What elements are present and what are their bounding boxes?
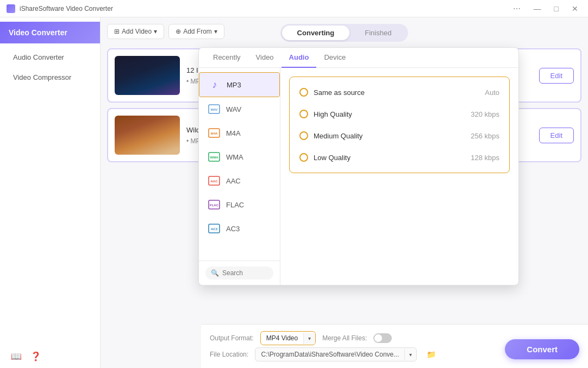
title-bar-left: iShareSoftware Video Converter xyxy=(7,4,113,13)
add-video-chevron-icon: ▾ xyxy=(154,28,157,35)
main-content: ⊞ Add Video ▾ ⊕ Add From ▾ Converting Fi… xyxy=(101,17,588,368)
dropdown-tab-recently[interactable]: Recently xyxy=(205,48,248,68)
format-label-aac: AAC xyxy=(226,177,241,185)
file-location-arrow-icon[interactable]: ▾ xyxy=(404,349,416,360)
app-title: iShareSoftware Video Converter xyxy=(20,5,113,12)
aac-icon: AAC xyxy=(208,174,221,187)
dropdown-tab-audio-label: Audio xyxy=(289,53,309,61)
svg-text:AC3: AC3 xyxy=(211,227,218,231)
format-item-ac3[interactable]: AC3 AC3 xyxy=(199,217,280,240)
add-from-chevron-icon: ▾ xyxy=(214,28,217,35)
dropdown-body: ♪ MP3 WAV WAV M4A xyxy=(199,68,518,285)
convert-button[interactable]: Convert xyxy=(505,339,579,359)
quality-option-high[interactable]: High Quality 320 kbps xyxy=(294,103,505,125)
format-label-wma: WMA xyxy=(226,153,243,161)
merge-toggle[interactable] xyxy=(373,333,392,343)
radio-same xyxy=(299,88,308,97)
format-select-wrap: MP4 Video ▾ xyxy=(260,331,316,345)
quality-medium-value: 256 kbps xyxy=(471,132,499,140)
edit-button-2[interactable]: Edit xyxy=(539,128,574,143)
tab-finished-label: Finished xyxy=(365,29,391,37)
format-label-mp3: MP3 xyxy=(227,81,241,89)
format-label-flac: FLAC xyxy=(226,201,244,209)
help-book-icon[interactable]: 📖 xyxy=(11,351,22,361)
quality-options-box: Same as source Auto High Quality 320 kbp… xyxy=(289,77,510,173)
dropdown-tab-audio[interactable]: Audio xyxy=(282,48,317,68)
quality-low-label: Low Quality xyxy=(314,154,465,162)
close-button[interactable]: ✕ xyxy=(568,3,581,14)
sidebar-header: Video Converter xyxy=(0,22,100,43)
toolbar: ⊞ Add Video ▾ ⊕ Add From ▾ xyxy=(107,24,224,39)
video-thumb-2 xyxy=(115,116,180,155)
maximize-button[interactable]: □ xyxy=(551,3,562,14)
format-item-m4a[interactable]: M4A M4A xyxy=(199,121,280,145)
quality-medium-label: Medium Quality xyxy=(314,132,465,140)
quality-high-label: High Quality xyxy=(314,110,465,118)
sidebar-item-video-compressor[interactable]: Video Compressor xyxy=(4,68,96,87)
add-video-icon: ⊞ xyxy=(114,28,120,35)
format-label-m4a: M4A xyxy=(226,129,241,137)
quality-same-label: Same as source xyxy=(314,88,479,97)
svg-text:AAC: AAC xyxy=(211,180,218,183)
format-list: ♪ MP3 WAV WAV M4A xyxy=(199,68,280,285)
sidebar-item-audio-converter[interactable]: Audio Converter xyxy=(4,48,96,67)
radio-low xyxy=(299,153,308,162)
folder-icon[interactable]: 📁 xyxy=(427,350,436,359)
dropdown-tabs: Recently Video Audio Device xyxy=(199,48,518,68)
add-from-button[interactable]: ⊕ Add From ▾ xyxy=(168,24,224,39)
format-item-wav[interactable]: WAV WAV xyxy=(199,97,280,121)
file-location-label: File Location: xyxy=(210,351,248,358)
tab-group: Converting Finished xyxy=(280,24,409,42)
quality-low-value: 128 kbps xyxy=(471,154,499,162)
quality-option-medium[interactable]: Medium Quality 256 kbps xyxy=(294,125,505,147)
file-location-value: C:\ProgramData\iShareSoftware\Video Conv… xyxy=(255,348,404,361)
quality-high-value: 320 kbps xyxy=(471,110,499,118)
format-item-flac[interactable]: FLAC FLAC xyxy=(199,193,280,217)
dropdown-tab-device[interactable]: Device xyxy=(316,48,353,68)
app-icon xyxy=(7,4,15,13)
output-format-label: Output Format: xyxy=(210,334,254,342)
question-icon[interactable]: ❓ xyxy=(30,351,41,361)
m4a-icon: M4A xyxy=(208,126,221,139)
options-button[interactable]: ⋯ xyxy=(510,3,524,14)
sidebar-footer: 📖 ❓ xyxy=(0,351,101,361)
merge-files-label: Merge All Files: xyxy=(322,334,367,342)
add-from-icon: ⊕ xyxy=(176,28,181,35)
add-from-label: Add From xyxy=(183,28,212,35)
tab-finished[interactable]: Finished xyxy=(349,26,406,40)
sidebar-item-compressor-label: Video Compressor xyxy=(13,73,71,81)
minimize-button[interactable]: — xyxy=(530,3,545,14)
add-video-label: Add Video xyxy=(122,28,152,35)
svg-text:WMA: WMA xyxy=(210,156,219,159)
format-item-aac[interactable]: AAC AAC xyxy=(199,169,280,193)
format-item-wma[interactable]: WMA WMA xyxy=(199,145,280,169)
edit-button-1[interactable]: Edit xyxy=(539,68,574,84)
tab-converting-label: Converting xyxy=(297,29,335,37)
format-search-area: 🔍 xyxy=(199,261,280,285)
sidebar-header-label: Video Converter xyxy=(9,28,67,37)
search-input[interactable] xyxy=(222,269,268,277)
select-arrow-icon[interactable]: ▾ xyxy=(303,333,315,344)
add-video-button[interactable]: ⊞ Add Video ▾ xyxy=(107,24,164,39)
format-label-wav: WAV xyxy=(226,105,241,113)
sidebar: Video Converter Audio Converter Video Co… xyxy=(0,17,101,368)
sidebar-item-audio-label: Audio Converter xyxy=(13,53,64,61)
quality-panel: Same as source Auto High Quality 320 kbp… xyxy=(280,68,518,285)
quality-option-same[interactable]: Same as source Auto xyxy=(294,81,505,103)
format-dropdown: Recently Video Audio Device ♪ xyxy=(198,47,519,285)
quality-same-value: Auto xyxy=(485,88,499,97)
search-input-wrap: 🔍 xyxy=(205,267,273,280)
window-controls: ⋯ — □ ✕ xyxy=(510,3,581,14)
mp3-icon: ♪ xyxy=(208,78,221,91)
quality-option-low[interactable]: Low Quality 128 kbps xyxy=(294,147,505,168)
tab-converting[interactable]: Converting xyxy=(282,26,350,40)
search-icon: 🔍 xyxy=(211,269,219,277)
format-label-ac3: AC3 xyxy=(226,225,240,233)
radio-high xyxy=(299,110,308,118)
format-item-mp3[interactable]: ♪ MP3 xyxy=(199,72,280,97)
app-layout: Video Converter Audio Converter Video Co… xyxy=(0,17,588,368)
dropdown-tab-video-label: Video xyxy=(256,53,274,61)
dropdown-tab-video[interactable]: Video xyxy=(248,48,282,68)
svg-text:M4A: M4A xyxy=(211,132,218,135)
file-location-wrap: C:\ProgramData\iShareSoftware\Video Conv… xyxy=(255,347,417,361)
